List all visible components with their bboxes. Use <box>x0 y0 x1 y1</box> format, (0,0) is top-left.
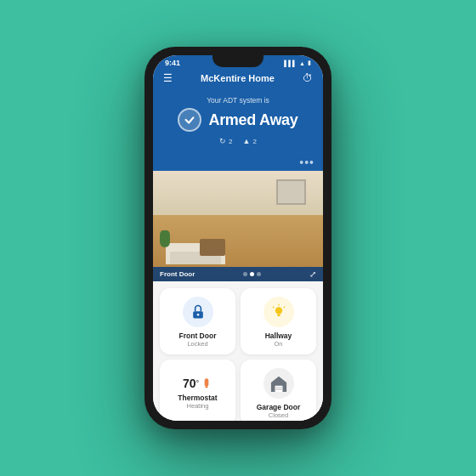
armed-counts: ↻ 2 ▲ 2 <box>219 137 257 145</box>
notch <box>212 55 264 67</box>
armed-check-circle <box>178 108 201 132</box>
garage-icon-circle <box>264 368 294 399</box>
camera-expand-icon[interactable]: ⤢ <box>309 269 316 279</box>
svg-point-1 <box>196 314 199 316</box>
header-title: McKentire Home <box>201 73 275 83</box>
status-time: 9:41 <box>165 59 180 67</box>
refresh-count: 2 <box>229 138 232 145</box>
front-door-name: Front Door <box>179 332 217 340</box>
thermostat-display: 70 ° <box>183 377 212 389</box>
room-table <box>200 239 225 256</box>
battery-icon: ▮ <box>308 60 311 66</box>
menu-icon[interactable]: ☰ <box>163 72 173 84</box>
room-fireplace <box>276 179 306 205</box>
svg-point-2 <box>275 307 281 314</box>
svg-rect-6 <box>275 386 282 392</box>
refresh-icon: ↻ <box>219 137 226 145</box>
garage-status: Closed <box>269 411 288 419</box>
garage-name: Garage Door <box>257 403 301 411</box>
device-grid: Front Door Locked Hallway On <box>153 281 323 421</box>
svg-line-5 <box>272 307 273 308</box>
phone-frame: 9:41 ▌▌▌ ▲ ▮ ☰ McKentire Home ⏱ Your ADT… <box>144 47 332 429</box>
camera-label: Front Door <box>160 270 195 278</box>
status-icons: ▌▌▌ ▲ ▮ <box>284 60 311 66</box>
hallway-status: On <box>274 340 282 348</box>
thermostat-degree: ° <box>196 379 199 388</box>
app-header: ☰ McKentire Home ⏱ <box>153 69 323 89</box>
wifi-icon: ▲ <box>299 60 305 66</box>
camera-dot-3 <box>257 272 261 276</box>
camera-dot-2 <box>250 272 254 276</box>
armed-title: Armed Away <box>208 111 298 129</box>
armed-count-refresh: ↻ 2 <box>219 137 232 145</box>
thermostat-name: Thermostat <box>178 394 217 402</box>
signal-icon: ▌▌▌ <box>284 60 297 66</box>
clock-icon[interactable]: ⏱ <box>303 72 313 84</box>
camera-image <box>153 171 323 281</box>
device-card-hallway[interactable]: Hallway On <box>241 288 316 354</box>
room-plant <box>160 230 170 247</box>
phone-screen: 9:41 ▌▌▌ ▲ ▮ ☰ McKentire Home ⏱ Your ADT… <box>153 55 323 421</box>
front-door-icon-circle <box>183 297 213 327</box>
armed-row: Armed Away <box>178 108 298 132</box>
camera-label-bar: Front Door ⤢ <box>153 267 323 281</box>
armed-section[interactable]: Your ADT system is Armed Away ↻ 2 ▲ 2 <box>153 89 323 154</box>
alert-icon: ▲ <box>243 137 251 145</box>
svg-line-4 <box>283 307 284 308</box>
hallway-icon-circle <box>264 297 294 327</box>
camera-pagination-dots <box>243 272 261 276</box>
thermostat-value: 70 <box>183 377 196 389</box>
camera-section[interactable]: Front Door ⤢ <box>153 171 323 281</box>
thermostat-status: Heating <box>187 402 209 410</box>
device-card-garage[interactable]: Garage Door Closed <box>241 360 316 421</box>
device-card-front-door[interactable]: Front Door Locked <box>160 288 235 354</box>
device-card-thermostat[interactable]: 70 ° Thermostat Heating <box>160 360 235 421</box>
armed-count-alert: ▲ 2 <box>243 137 257 145</box>
camera-dot-1 <box>243 272 247 276</box>
front-door-status: Locked <box>187 340 207 348</box>
hallway-name: Hallway <box>265 332 292 340</box>
armed-subtitle: Your ADT system is <box>207 96 269 105</box>
alert-count: 2 <box>252 138 256 145</box>
more-options[interactable]: ••• <box>153 154 323 171</box>
